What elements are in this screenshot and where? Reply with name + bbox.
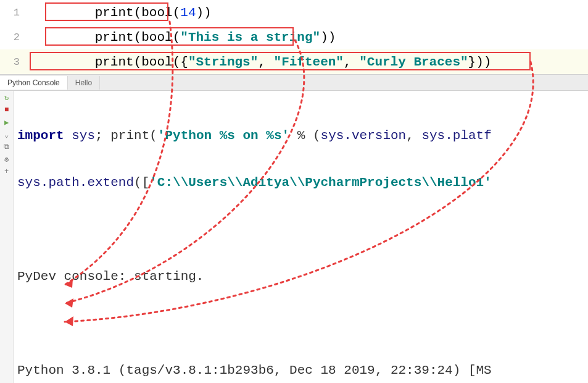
token-string: 'C:\\Users\\Aditya\\PycharmProjects\\Hel… [149, 175, 492, 190]
console-text: Python 3.8.1 (tags/v3.8.1:1b293b6, Dec 1… [17, 363, 492, 377]
token-id: sys.path.extend [17, 175, 134, 190]
add-icon[interactable]: + [2, 167, 11, 176]
token-fn: bool [141, 55, 172, 69]
token-paren: , [258, 55, 273, 69]
run-icon[interactable]: ▶ [2, 118, 11, 127]
debug-icon[interactable]: ⌄ [2, 130, 11, 139]
token-fn: print [110, 128, 149, 143]
console-line: sys.path.extend(['C:\\Users\\Aditya\\Pyc… [17, 174, 588, 192]
token-brace: } [468, 55, 476, 69]
token-paren: , [344, 55, 359, 69]
token-paren: ([ [134, 175, 149, 190]
token-string: "Strings" [188, 55, 258, 69]
console-line: PyDev console: starting. [17, 267, 588, 286]
token-text: ; [95, 128, 110, 143]
token-id: sys.version [321, 128, 407, 143]
rerun-icon[interactable]: ↻ [2, 93, 11, 102]
code-content[interactable]: print(bool({"Strings", "Fifteen", "Curly… [30, 41, 588, 83]
console-line: import sys; print('Python %s on %s' % (s… [17, 127, 588, 145]
code-editor[interactable]: 1 print(bool(14)) 2 print(bool("This is … [0, 0, 588, 75]
token-paren: ( [173, 55, 181, 69]
token-string: "Curly Braces" [359, 55, 468, 69]
console-line: Python 3.8.1 (tags/v3.8.1:1b293b6, Dec 1… [17, 361, 588, 380]
console-output[interactable]: import sys; print('Python %s on %s' % (s… [14, 91, 588, 383]
token-comma: , [406, 128, 421, 143]
token-paren: ( [149, 128, 157, 143]
console-blank [17, 314, 588, 333]
token-paren: )) [476, 55, 491, 69]
console-text: PyDev console: starting. [17, 269, 204, 284]
history-icon[interactable]: ⧉ [2, 143, 11, 151]
stop-icon[interactable]: ■ [2, 106, 11, 114]
token-keyword: import [17, 128, 64, 143]
line-number: 2 [0, 32, 30, 43]
token-brace: { [180, 55, 188, 69]
settings-icon[interactable]: ⚙ [2, 155, 11, 164]
token-paren: ( [134, 55, 142, 69]
console-blank [17, 221, 588, 239]
token-op: % ( [289, 128, 320, 143]
token-fn: print [95, 55, 134, 69]
token-string: 'Python %s on %s' [157, 128, 289, 143]
line-number: 3 [0, 56, 30, 68]
code-line-3[interactable]: 3 print(bool({"Strings", "Fifteen", "Cur… [0, 49, 588, 74]
token-id: sys.platf [421, 128, 491, 143]
token-id: sys [64, 128, 95, 143]
token-string: "Fifteen" [274, 55, 344, 69]
line-number: 1 [0, 7, 30, 19]
console-toolbar: ↻ ■ ▶ ⌄ ⧉ ⚙ + [0, 91, 14, 383]
